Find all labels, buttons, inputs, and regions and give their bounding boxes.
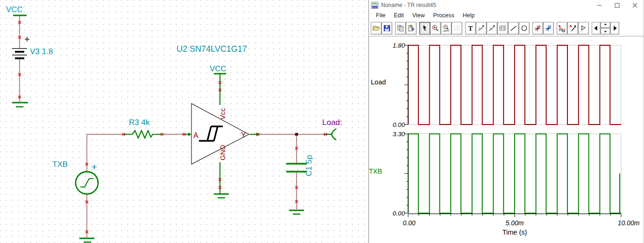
toolbar-open-button[interactable]: [371, 22, 382, 35]
add-curves-icon: [558, 24, 566, 32]
resistor-r3[interactable]: R3 4k: [87, 118, 191, 138]
output-net[interactable]: [260, 132, 324, 163]
trace-load: [408, 45, 621, 125]
svg-text:A: A: [193, 132, 198, 139]
copy-icon: [396, 24, 404, 32]
select-icon: [421, 24, 429, 32]
title-bar[interactable]: Noname - TR result45: [369, 0, 644, 10]
svg-text:Y: Y: [241, 131, 246, 139]
battery-plus-sign: [25, 37, 29, 42]
xtick-1: 5.00m: [506, 219, 524, 227]
toolbar-nav-up-button[interactable]: [601, 22, 610, 28]
toolbar-grid-button[interactable]: [452, 22, 462, 35]
svg-text:a: a: [538, 24, 540, 28]
menu-item-file[interactable]: File: [372, 11, 389, 20]
paste-icon: [407, 24, 415, 32]
toolbar-add-curves-button[interactable]: [557, 22, 567, 35]
svg-text:GND: GND: [219, 145, 226, 160]
toolbar-paste-button[interactable]: [406, 22, 417, 35]
zoom-in-icon: [432, 24, 439, 32]
svg-text:V3 1.8: V3 1.8: [30, 47, 53, 56]
xtick-0: 0.00: [403, 219, 415, 227]
zoom-out-100-icon: 100%: [442, 24, 450, 32]
text-icon: T: [467, 24, 474, 32]
menu-item-process[interactable]: Process: [429, 11, 459, 20]
toolbar-nav-right-button[interactable]: [610, 22, 619, 35]
ytick-min-txb: 0.00: [393, 210, 405, 217]
waveform-plot: 1.800.003.300.00LoadTXB0.005.00m10.00mTi…: [369, 36, 644, 243]
toolbar-save-button[interactable]: [382, 22, 392, 35]
battery-v3[interactable]: V3 1.8: [12, 16, 53, 107]
svg-text:VCC: VCC: [210, 64, 226, 73]
legend-icon: [499, 24, 507, 32]
minimize-button[interactable]: [590, 0, 608, 10]
svg-text:T: T: [479, 27, 481, 30]
toolbar-cursor-a-button[interactable]: a: [532, 22, 543, 35]
svg-text:100%: 100%: [443, 29, 449, 32]
panel-label-txb: TXB: [369, 167, 382, 175]
svg-text:b: b: [549, 24, 551, 28]
nav-right-icon: [611, 24, 619, 32]
axis-query-icon: ?: [488, 24, 496, 32]
toolbar-line-button[interactable]: [508, 22, 519, 35]
toolbar-text-button[interactable]: T: [465, 22, 476, 35]
menu-item-view[interactable]: View: [408, 11, 429, 20]
load-probe[interactable]: Load:: [322, 118, 342, 140]
toolbar-select-button[interactable]: [419, 22, 430, 35]
plot-window: Noname - TR result45 FileEditViewProcess…: [368, 0, 644, 243]
toolbar-marker-button[interactable]: [578, 22, 589, 35]
svg-text:VCC: VCC: [6, 5, 23, 14]
close-button[interactable]: [626, 0, 644, 10]
source-txb[interactable]: TXB: [52, 134, 98, 242]
toolbar-nav-left-button[interactable]: [592, 22, 601, 35]
grid-icon: [453, 24, 461, 32]
marker-icon: [580, 24, 587, 32]
schematic-canvas[interactable]: VCC V3 1.8 TXB: [0, 0, 368, 243]
toolbar-copy-button[interactable]: [395, 22, 406, 35]
probe-hook: [332, 129, 337, 140]
maximize-button[interactable]: [608, 0, 626, 10]
svg-text:?: ?: [489, 27, 491, 30]
ytick-min-load: 0.00: [393, 121, 405, 128]
svg-text:U2 SN74LVC1G17: U2 SN74LVC1G17: [177, 44, 247, 54]
toolbar-nav-down-button[interactable]: [601, 28, 610, 35]
pin-arrow: [188, 132, 191, 136]
svg-text:Load:: Load:: [322, 118, 342, 127]
toolbar: 100%TT?ab: [369, 20, 644, 36]
window-title: Noname - TR result45: [381, 2, 436, 8]
toolbar-ellipse-button[interactable]: [519, 22, 530, 35]
toolbar-picker-button[interactable]: [567, 22, 578, 35]
connection-x-marks: [18, 21, 327, 233]
capacitor-c1[interactable]: C1 5p: [286, 155, 313, 214]
toolbar-zoom-in-button[interactable]: [430, 22, 441, 35]
save-icon: [383, 24, 391, 32]
buffer-u2[interactable]: U2 SN74LVC1G17 VCC A Y Vcc GND: [177, 44, 260, 198]
x-axis-label: Time (s): [502, 229, 527, 236]
svg-text:T: T: [468, 24, 473, 32]
toolbar-cursor-b-button[interactable]: b: [543, 22, 554, 35]
xtick-2: 10.00m: [618, 219, 640, 227]
menu-item-edit[interactable]: Edit: [389, 11, 408, 20]
nav-up-icon: [602, 22, 609, 28]
app-root: VCC V3 1.8 TXB: [0, 0, 644, 243]
picker-icon: [569, 24, 577, 32]
step-waveform-glyph: [80, 179, 93, 187]
trace-txb: [408, 134, 621, 213]
cursor-b-icon: b: [545, 24, 552, 32]
ytick-max-load: 1.80: [393, 42, 405, 49]
toolbar-axis-query-button[interactable]: ?: [487, 22, 497, 35]
svg-text:TXB: TXB: [52, 160, 68, 169]
svg-text:Vcc: Vcc: [219, 108, 226, 120]
toolbar-legend-button[interactable]: [497, 22, 508, 35]
menu-bar: FileEditViewProcessHelp: [369, 10, 644, 20]
menu-item-help[interactable]: Help: [459, 11, 479, 20]
schematic-drawing: VCC V3 1.8 TXB: [0, 0, 368, 243]
cursor-a-icon: a: [534, 24, 542, 32]
toolbar-axis-arrow-button[interactable]: T: [476, 22, 487, 35]
nav-left-icon: [592, 24, 600, 32]
line-icon: [510, 24, 517, 32]
svg-text:R3 4k: R3 4k: [129, 118, 150, 127]
vcc-rail-symbol[interactable]: VCC: [6, 5, 27, 15]
toolbar-nav-spinner: [601, 22, 610, 35]
toolbar-zoom-out-100-button[interactable]: 100%: [441, 22, 452, 35]
